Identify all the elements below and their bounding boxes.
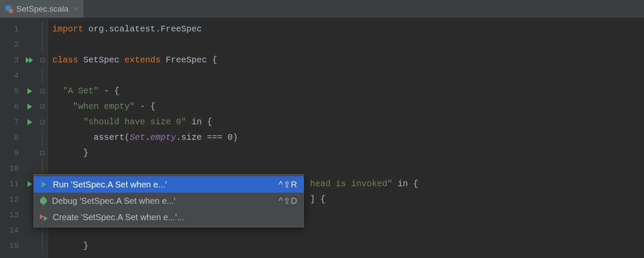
run-icon: [40, 181, 48, 188]
gutter-empty: [22, 145, 37, 161]
run-test-icon[interactable]: [22, 83, 37, 99]
fold-toggle-icon[interactable]: [37, 83, 48, 99]
context-menu-item-debug[interactable]: Debug 'SetSpec.A Set when e...'^⇧D: [34, 193, 304, 209]
line-number: 14: [0, 223, 22, 238]
context-menu-label: Create 'SetSpec.A Set when e...'...: [53, 212, 298, 222]
code-line[interactable]: assert(Set.empty.size === 0): [48, 130, 644, 145]
fold-guide: [37, 68, 48, 83]
run-test-icon[interactable]: [22, 99, 37, 114]
code-line[interactable]: "should have size 0" in {: [48, 114, 644, 130]
code-line[interactable]: import org.scalatest.FreeSpec: [48, 22, 644, 37]
code-line[interactable]: [48, 37, 644, 52]
line-number: 11: [0, 176, 22, 192]
line-number: 7: [0, 114, 22, 130]
line-number: 12: [0, 192, 22, 207]
line-number: 10: [0, 161, 22, 176]
line-number: 1: [0, 22, 22, 37]
run-all-tests-icon[interactable]: [22, 52, 37, 68]
line-number: 3: [0, 52, 22, 68]
line-number-gutter: 123456789101112131415: [0, 18, 22, 258]
code-line[interactable]: [48, 68, 644, 83]
fold-guide: [37, 37, 48, 52]
context-menu-label: Debug 'SetSpec.A Set when e...': [52, 196, 273, 206]
fold-guide: [37, 238, 48, 254]
code-line[interactable]: class SetSpec extends FreeSpec {: [48, 52, 644, 68]
code-line[interactable]: "A Set" - {: [48, 83, 644, 99]
line-number: 15: [0, 238, 22, 254]
fold-toggle-icon[interactable]: [37, 99, 48, 114]
tab-bar: SetSpec.scala ×: [0, 0, 644, 18]
context-menu-item-run[interactable]: Run 'SetSpec.A Set when e...'^⇧R: [34, 176, 304, 193]
debug-icon: [40, 197, 47, 204]
fold-toggle-icon[interactable]: [37, 52, 48, 68]
line-number: 5: [0, 83, 22, 99]
close-icon[interactable]: ×: [73, 5, 77, 13]
keyboard-shortcut: ^⇧D: [279, 196, 298, 206]
line-number: 8: [0, 130, 22, 145]
line-number: 9: [0, 145, 22, 161]
context-menu-item-create[interactable]: Create 'SetSpec.A Set when e...'...: [34, 209, 304, 225]
keyboard-shortcut: ^⇧R: [279, 179, 298, 190]
line-number: 2: [0, 37, 22, 52]
gutter-empty: [22, 238, 37, 254]
code-line[interactable]: "when empty" - {: [48, 99, 644, 114]
scala-file-icon: [5, 5, 13, 13]
fold-toggle-icon[interactable]: [37, 114, 48, 130]
fold-toggle-icon[interactable]: [37, 145, 48, 161]
context-menu-label: Run 'SetSpec.A Set when e...': [53, 180, 273, 190]
line-number: 6: [0, 99, 22, 114]
fold-guide: [37, 130, 48, 145]
gutter-empty: [22, 68, 37, 83]
fold-guide: [37, 22, 48, 37]
gutter-empty: [22, 130, 37, 145]
context-menu: Run 'SetSpec.A Set when e...'^⇧RDebug 'S…: [33, 174, 304, 227]
code-line[interactable]: }: [48, 145, 644, 161]
create-icon: [40, 213, 48, 221]
tab-filename: SetSpec.scala: [16, 4, 68, 14]
line-number: 4: [0, 68, 22, 83]
line-number: 13: [0, 207, 22, 223]
editor-tab[interactable]: SetSpec.scala ×: [0, 0, 84, 18]
gutter-empty: [22, 22, 37, 37]
code-line[interactable]: }: [48, 238, 644, 254]
gutter-empty: [22, 37, 37, 52]
run-test-icon[interactable]: [22, 114, 37, 130]
